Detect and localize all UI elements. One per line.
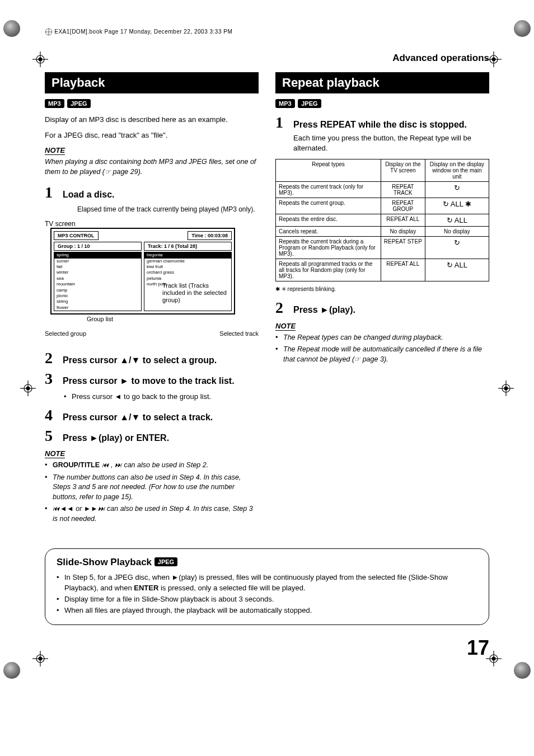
callout-group-list: Group list [87,316,113,323]
repeat-table: Repeat types Display on the TV screen Di… [275,159,489,281]
step-num-5: 5 [45,428,57,444]
badge-mp3: MP3 [45,99,64,108]
table-row: Repeats the current track (only for MP3)… [276,182,489,198]
tv-title: MP3 CONTROL [54,231,99,240]
slideshow-item: Display time for a file in Slide-Show pl… [57,594,477,604]
list-item: fall [54,264,141,270]
tv-time: Time : 00:03:08 [188,231,232,240]
note-item: GROUP/TITLE ⏮ , ⏭ GROUP/TITLE ⏮ , ⏭ can … [45,461,259,471]
elapsed-time-label: Elapsed time of the track currently bein… [77,205,259,228]
step-text-5: Press ►(play) or ENTER. [63,433,259,444]
list-item: sumer [54,259,141,264]
step-text-1: Press REPEAT while the disc is stopped. … [293,119,489,153]
table-row: Repeats the current track during a Progr… [276,237,489,259]
registration-mark-icon [32,51,48,67]
table-header: Display on the TV screen [381,159,425,182]
step-text-3: Press cursor ► to move to the track list… [63,375,259,387]
page-number: 17 [45,636,489,660]
table-row: Cancels repeat. No display No display [276,227,489,237]
tv-diagram: TV screen Elapsed time of the track curr… [45,205,259,342]
table-header: Repeat types [276,159,381,182]
step-num-1: 1 [45,185,57,200]
step-5: 5 Press ►(play) or ENTER. [45,428,259,444]
repeat-header: Repeat playback [275,72,489,93]
tv-screen-label: TV screen [45,205,77,228]
left-column: Playback MP3 JPEG Display of an MP3 disc… [45,72,259,532]
note-label: NOTE [45,146,65,155]
intro-1: Display of an MP3 disc is described here… [45,115,259,125]
step-num-1: 1 [275,115,288,130]
badge-jpeg: JPEG [298,99,321,108]
list-item: begonia [144,252,231,258]
badge-row-right: MP3 JPEG [275,99,489,108]
note-item: The Repeat mode will be automatically ca… [275,345,489,364]
note-block-right: NOTE The Repeat types can be changed dur… [275,322,489,365]
breadcrumb: Advanced operations [45,53,489,64]
registration-mark-icon [486,651,502,666]
callout-track-list: Track list (Tracks included in the selec… [162,282,229,304]
callout-selected-group: Selected group [45,330,86,337]
step-text-4: Press cursor ▲/▼ to select a track. [63,412,259,424]
list-item: winter [54,270,141,275]
step-num-2: 2 [45,350,57,366]
registration-mark-icon [486,51,502,67]
badge-row-left: MP3 JPEG [45,99,259,108]
note-label: NOTE [275,322,296,331]
table-row: Repeats the entire disc. REPEAT ALL ↻ AL… [276,214,489,227]
list-item: flower [54,305,141,311]
blinking-footnote: ✱ ✳ represents blinking. [275,286,489,292]
step-3: 3 Press cursor ► to move to the track li… [45,371,259,387]
step-3-sub: Press cursor ◄ to go back to the group l… [64,392,259,402]
step-text-2: Press ►(play). [293,304,489,316]
intro-2: For a JPEG disc, read "track" as "file". [45,130,259,140]
tv-group-header: Group : 1 / 10 [54,242,142,251]
step-text-1: Load a disc. [63,189,259,201]
registration-mark-icon [498,381,514,396]
list-item: picnic [54,293,141,299]
note-item: The Repeat types can be changed during p… [275,333,489,343]
right-column: Repeat playback MP3 JPEG 1 Press REPEAT … [275,72,489,532]
list-item: spring [54,252,141,258]
step-2: 2 Press cursor ▲/▼ to select a group. [45,350,259,367]
list-item: camp [54,288,141,293]
table-row: Repeats the current group. REPEAT GROUP … [276,198,489,214]
registration-mark-icon [20,381,36,396]
step-3-sub-item: Press cursor ◄ to go back to the group l… [64,392,259,402]
list-item: petunia [144,276,231,281]
step-text-2: Press cursor ▲/▼ to select a group. [63,355,259,367]
print-header: EXA1[DOM].book Page 17 Monday, December … [45,28,489,36]
repeat-step-1: 1 Press REPEAT while the disc is stopped… [275,115,489,153]
badge-mp3: MP3 [275,99,295,108]
slideshow-box: Slide-Show Playback JPEG In Step 5, for … [45,548,489,625]
table-row: Repeats all programmed tracks or the all… [276,259,489,281]
tv-track-header: Track: 1 / 6 (Total 28) [144,242,232,251]
note-label-2: NOTE [45,449,65,458]
badge-jpeg: JPEG [154,557,177,566]
list-item: mountain [54,281,141,287]
note-block-1: NOTE When playing a disc containing both… [45,146,259,177]
step-1-sub: Each time you press the button, the Repe… [293,133,489,153]
note-block-2: NOTE GROUP/TITLE ⏮ , ⏭ GROUP/TITLE ⏮ , ⏭… [45,449,259,524]
list-item: sea [54,276,141,281]
step-num-4: 4 [45,407,57,423]
table-header: Display on the display window on the mai… [425,159,489,182]
badge-jpeg: JPEG [67,99,90,108]
tv-group-list: spring sumer fall winter sea mountain ca… [54,252,142,311]
note-text-1: When playing a disc containing both MP3 … [45,157,259,177]
step-1: 1 Load a disc. [45,185,259,201]
repeat-step-2: 2 Press ►(play). [275,300,489,316]
callout-selected-track: Selected track [219,330,259,337]
slideshow-item: When all files are played through, the p… [57,605,477,616]
step-4: 4 Press cursor ▲/▼ to select a track. [45,407,259,424]
list-item: german chamomile [144,259,231,264]
list-item: orchard grass [144,270,231,275]
note-item: The number buttons can also be used in S… [45,473,259,503]
step-num-2: 2 [275,300,288,316]
slideshow-title: Slide-Show Playback JPEG [57,557,477,568]
slideshow-item: In Step 5, for a JPEG disc, when ►(play)… [57,572,477,593]
step-num-3: 3 [45,371,57,387]
playback-header: Playback [45,72,259,93]
registration-mark-icon [32,651,48,666]
list-item: kiwi fruit [144,264,231,270]
list-item: skiing [54,299,141,304]
